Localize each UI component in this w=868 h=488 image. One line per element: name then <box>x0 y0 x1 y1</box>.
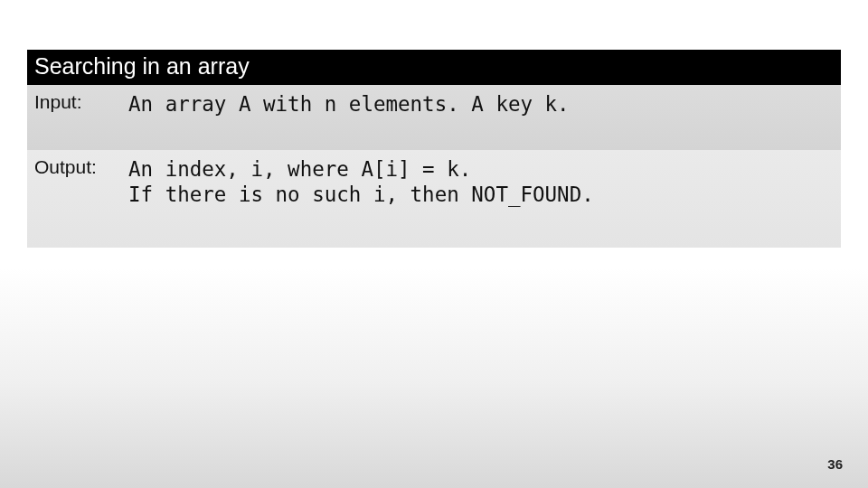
io-row-output: Output: An index, i, where A[i] = k. If … <box>27 150 841 248</box>
slide-title: Searching in an array <box>27 50 841 85</box>
input-label: Input: <box>27 85 125 150</box>
slide-content: Searching in an array Input: An array A … <box>0 0 868 248</box>
input-value: An array A with n elements. A key k. <box>125 85 841 150</box>
output-value: An index, i, where A[i] = k. If there is… <box>125 150 841 248</box>
output-label: Output: <box>27 150 125 248</box>
page-number: 36 <box>827 456 843 472</box>
io-row-input: Input: An array A with n elements. A key… <box>27 85 841 150</box>
